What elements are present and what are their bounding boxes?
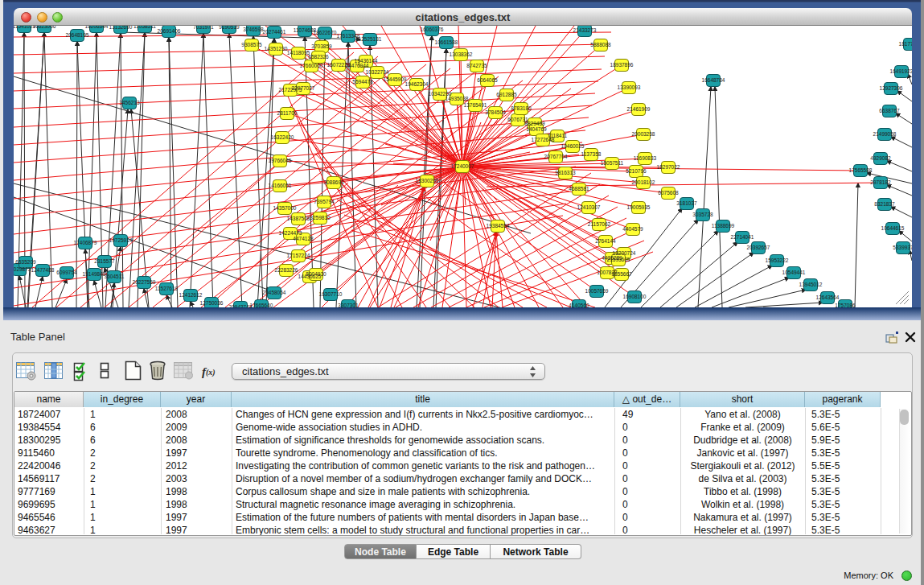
svg-text:22977027: 22977027 [292, 85, 315, 91]
svg-text:12410307: 12410307 [577, 204, 601, 210]
svg-text:13945012: 13945012 [799, 282, 823, 287]
svg-text:4140560: 4140560 [569, 303, 589, 307]
svg-text:14166051: 14166051 [269, 183, 292, 188]
svg-text:8783180: 8783180 [511, 105, 532, 111]
svg-text:16206344: 16206344 [85, 26, 109, 29]
svg-text:9816313: 9816313 [555, 170, 576, 175]
svg-text:20227559: 20227559 [133, 279, 156, 285]
svg-text:22714041: 22714041 [731, 234, 754, 240]
svg-text:1404769: 1404769 [526, 126, 547, 132]
svg-text:13038362: 13038362 [450, 51, 473, 57]
svg-text:18297022: 18297022 [657, 164, 680, 170]
svg-text:16322420: 16322420 [271, 134, 294, 140]
svg-text:1137358: 1137358 [581, 151, 602, 157]
svg-text:19766045: 19766045 [269, 158, 292, 163]
svg-text:2811700: 2811700 [277, 110, 298, 116]
svg-text:20003258: 20003258 [632, 131, 655, 137]
svg-text:7031971: 7031971 [193, 26, 214, 30]
svg-text:17665640: 17665640 [250, 303, 273, 307]
svg-text:5339937: 5339937 [893, 245, 912, 250]
svg-text:11388699: 11388699 [712, 223, 735, 229]
svg-text:19462304: 19462304 [405, 81, 429, 87]
svg-text:14224473: 14224473 [279, 230, 302, 236]
svg-text:18177615: 18177615 [899, 41, 912, 47]
svg-text:18937896: 18937896 [610, 62, 634, 68]
svg-text:20648195: 20648195 [66, 32, 89, 38]
svg-text:10549441: 10549441 [782, 270, 806, 275]
svg-text:10460025: 10460025 [561, 143, 585, 149]
svg-text:20458054: 20458054 [263, 290, 286, 295]
svg-text:15029873: 15029873 [14, 266, 31, 272]
svg-text:4929082: 4929082 [870, 155, 891, 161]
svg-text:20018102: 20018102 [632, 179, 655, 185]
svg-text:20943743: 20943743 [229, 304, 253, 307]
svg-text:2764144: 2764144 [595, 238, 616, 244]
svg-text:16908100: 16908100 [623, 294, 647, 299]
svg-text:6638767: 6638767 [879, 108, 900, 113]
svg-text:19725914: 19725914 [109, 237, 133, 243]
svg-text:20767704: 20767704 [544, 154, 568, 159]
svg-text:3784504: 3784504 [485, 109, 506, 115]
svg-text:9308575: 9308575 [241, 42, 262, 47]
svg-text:21433273: 21433273 [573, 27, 597, 33]
svg-text:17613348: 17613348 [337, 33, 360, 39]
svg-text:12750036: 12750036 [200, 300, 224, 306]
svg-text:3604511: 3604511 [105, 274, 125, 279]
svg-text:8004930: 8004930 [306, 271, 326, 277]
svg-text:5594478: 5594478 [352, 79, 373, 84]
svg-text:6582326: 6582326 [308, 54, 329, 60]
svg-text:14118095: 14118095 [287, 50, 310, 56]
svg-text:3181037: 3181037 [676, 200, 697, 206]
svg-text:6099754: 6099754 [56, 270, 77, 275]
svg-text:4404579: 4404579 [622, 226, 643, 232]
svg-text:21461909: 21461909 [627, 106, 651, 112]
svg-text:1855667: 1855667 [611, 271, 632, 277]
svg-text:2978182: 2978182 [870, 179, 891, 185]
svg-text:3703859: 3703859 [311, 43, 332, 49]
svg-text:17565588: 17565588 [849, 167, 873, 173]
svg-text:14357000: 14357000 [273, 205, 297, 211]
svg-text:21157062: 21157062 [588, 221, 611, 227]
svg-text:6912885: 6912885 [496, 92, 517, 97]
svg-text:5210796: 5210796 [626, 168, 647, 174]
svg-text:4474128: 4474128 [293, 236, 314, 241]
svg-text:21499058: 21499058 [873, 131, 897, 137]
svg-text:11690833: 11690833 [634, 155, 657, 161]
svg-text:4688581: 4688581 [569, 186, 589, 192]
svg-text:3307301: 3307301 [338, 303, 359, 307]
svg-text:10322734: 10322734 [366, 69, 389, 75]
svg-text:11527619: 11527619 [155, 286, 179, 291]
svg-text:20274461: 20274461 [263, 29, 286, 35]
svg-text:18622670: 18622670 [314, 30, 337, 35]
svg-text:3088690: 3088690 [323, 179, 344, 185]
svg-text:13132690: 13132690 [109, 26, 133, 30]
svg-text:10661588: 10661588 [435, 39, 458, 45]
svg-text:18300295: 18300295 [416, 178, 439, 183]
svg-text:3456213: 3456213 [119, 100, 140, 105]
svg-text:16307710: 16307710 [319, 291, 343, 297]
svg-text:8742735: 8742735 [466, 63, 487, 68]
svg-text:12412612: 12412612 [179, 292, 203, 298]
svg-text:7395794: 7395794 [314, 199, 335, 204]
svg-text:17157224: 17157224 [287, 253, 310, 258]
svg-text:14476944: 14476944 [346, 63, 369, 68]
svg-text:13200724: 13200724 [613, 250, 636, 256]
svg-text:12525131: 12525131 [359, 36, 382, 42]
svg-text:14935038: 14935038 [446, 96, 469, 101]
svg-text:11058511: 11058511 [133, 26, 156, 29]
svg-text:14387508: 14387508 [287, 216, 310, 221]
svg-text:16623006: 16623006 [33, 26, 56, 29]
svg-text:12927396: 12927396 [880, 85, 903, 91]
svg-text:6535209: 6535209 [15, 259, 36, 265]
svg-text:3035728: 3035728 [692, 212, 713, 217]
svg-text:1757086: 1757086 [835, 303, 856, 307]
svg-text:9190519: 9190519 [219, 26, 240, 30]
svg-text:13765491: 13765491 [464, 102, 487, 108]
svg-text:19005935: 19005935 [627, 204, 651, 210]
svg-text:20392657: 20392657 [747, 245, 770, 250]
svg-text:22283226: 22283226 [275, 267, 298, 273]
svg-text:17406879: 17406879 [74, 240, 97, 245]
svg-text:3746598: 3746598 [243, 27, 264, 32]
svg-text:7118411: 7118411 [548, 133, 568, 138]
svg-text:21593605: 21593605 [607, 257, 630, 262]
